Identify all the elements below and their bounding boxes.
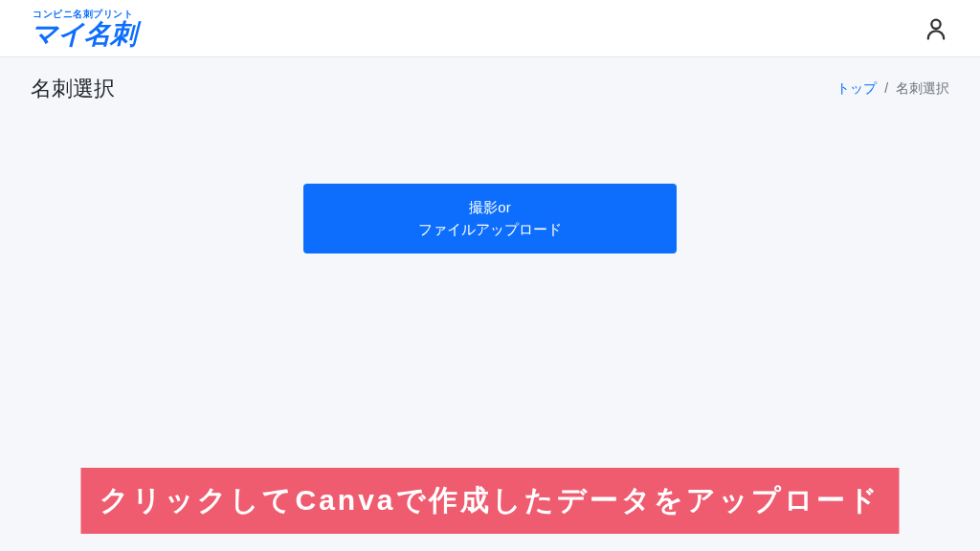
logo[interactable]: コンビニ名刺プリント マイ名刺 bbox=[31, 10, 136, 48]
breadcrumb: トップ / 名刺選択 bbox=[836, 80, 949, 98]
user-icon[interactable] bbox=[923, 15, 949, 42]
instruction-banner: クリックしてCanvaで作成したデータをアップロード bbox=[80, 468, 899, 534]
subheader: 名刺選択 トップ / 名刺選択 bbox=[0, 57, 980, 117]
main-content: 撮影or ファイルアップロード bbox=[0, 117, 980, 253]
breadcrumb-home-link[interactable]: トップ bbox=[836, 80, 877, 96]
upload-button[interactable]: 撮影or ファイルアップロード bbox=[303, 184, 677, 253]
page-title: 名刺選択 bbox=[31, 75, 115, 103]
app-header: コンビニ名刺プリント マイ名刺 bbox=[0, 0, 980, 57]
logo-main: マイ名刺 bbox=[31, 21, 136, 48]
upload-button-line2: ファイルアップロード bbox=[303, 219, 677, 241]
upload-button-line1: 撮影or bbox=[303, 197, 677, 219]
logo-tagline: コンビニ名刺プリント bbox=[33, 10, 136, 19]
svg-point-0 bbox=[931, 19, 940, 28]
breadcrumb-separator: / bbox=[884, 80, 888, 96]
breadcrumb-current: 名刺選択 bbox=[896, 80, 949, 96]
